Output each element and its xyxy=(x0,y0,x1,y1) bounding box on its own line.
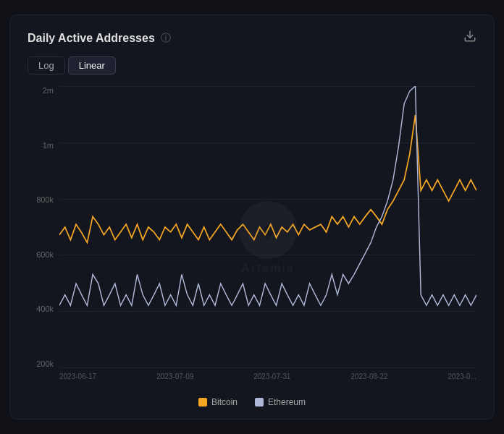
bitcoin-label: Bitcoin xyxy=(211,397,238,407)
bitcoin-dot xyxy=(198,398,207,407)
chart-inner: ♦ Artemis 2023-06-17 2023-07-09 2023-07-… xyxy=(59,86,476,390)
log-toggle[interactable]: Log xyxy=(28,56,65,75)
chart-svg xyxy=(59,86,476,368)
y-label-2m: 2m xyxy=(28,86,59,95)
y-label-600k: 600k xyxy=(28,250,59,259)
toggle-row: Log Linear xyxy=(28,56,476,75)
x-label-2: 2023-07-09 xyxy=(156,373,193,380)
y-label-1m: 1m xyxy=(28,141,59,150)
bitcoin-line xyxy=(59,115,476,242)
chart-card: Daily Active Addresses ⓘ Log Linear 2m 1… xyxy=(9,14,495,420)
info-icon[interactable]: ⓘ xyxy=(161,32,171,45)
legend-bitcoin: Bitcoin xyxy=(198,397,238,407)
x-axis: 2023-06-17 2023-07-09 2023-07-31 2023-08… xyxy=(59,368,476,390)
chart-title: Daily Active Addresses xyxy=(28,32,155,45)
y-label-400k: 400k xyxy=(28,305,59,313)
y-label-800k: 800k xyxy=(28,195,59,204)
x-label-3: 2023-07-31 xyxy=(253,373,290,380)
ethereum-label: Ethereum xyxy=(268,397,306,407)
y-axis: 2m 1m 800k 600k 400k 200k xyxy=(28,86,59,390)
download-icon[interactable] xyxy=(463,30,476,46)
linear-toggle[interactable]: Linear xyxy=(68,56,116,75)
ethereum-line xyxy=(59,86,476,305)
chart-area: 2m 1m 800k 600k 400k 200k ♦ Artemis xyxy=(28,86,476,390)
y-label-200k: 200k xyxy=(28,359,59,368)
title-row: Daily Active Addresses ⓘ xyxy=(28,32,171,45)
x-label-4: 2023-08-22 xyxy=(350,373,387,380)
chart-header: Daily Active Addresses ⓘ xyxy=(28,30,476,46)
x-label-5: 2023-0... xyxy=(448,373,476,380)
x-label-1: 2023-06-17 xyxy=(59,373,96,380)
legend: Bitcoin Ethereum xyxy=(28,397,476,407)
ethereum-dot xyxy=(255,398,264,407)
legend-ethereum: Ethereum xyxy=(255,397,306,407)
